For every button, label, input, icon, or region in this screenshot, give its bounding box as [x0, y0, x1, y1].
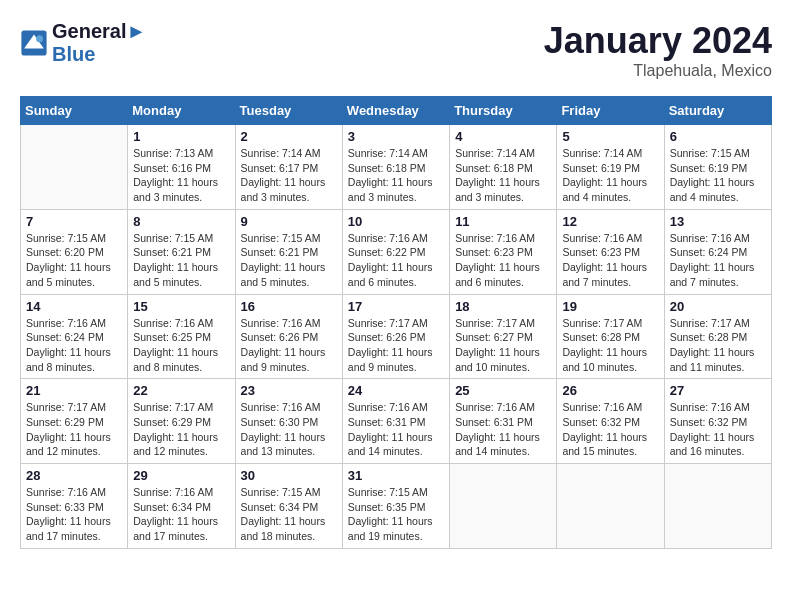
day-number: 27 [670, 383, 766, 398]
day-info: Sunrise: 7:15 AMSunset: 6:20 PMDaylight:… [26, 231, 122, 290]
calendar-body: 1Sunrise: 7:13 AMSunset: 6:16 PMDaylight… [21, 125, 772, 549]
page-header: General► Blue January 2024 Tlapehuala, M… [20, 20, 772, 80]
day-number: 18 [455, 299, 551, 314]
day-info: Sunrise: 7:16 AMSunset: 6:32 PMDaylight:… [562, 400, 658, 459]
day-cell: 20Sunrise: 7:17 AMSunset: 6:28 PMDayligh… [664, 294, 771, 379]
day-info: Sunrise: 7:15 AMSunset: 6:34 PMDaylight:… [241, 485, 337, 544]
day-info: Sunrise: 7:15 AMSunset: 6:19 PMDaylight:… [670, 146, 766, 205]
day-info: Sunrise: 7:15 AMSunset: 6:21 PMDaylight:… [241, 231, 337, 290]
day-info: Sunrise: 7:13 AMSunset: 6:16 PMDaylight:… [133, 146, 229, 205]
day-number: 5 [562, 129, 658, 144]
day-info: Sunrise: 7:14 AMSunset: 6:18 PMDaylight:… [455, 146, 551, 205]
day-cell: 17Sunrise: 7:17 AMSunset: 6:26 PMDayligh… [342, 294, 449, 379]
day-cell [664, 464, 771, 549]
svg-point-2 [36, 35, 43, 42]
day-info: Sunrise: 7:14 AMSunset: 6:18 PMDaylight:… [348, 146, 444, 205]
day-info: Sunrise: 7:14 AMSunset: 6:19 PMDaylight:… [562, 146, 658, 205]
day-number: 13 [670, 214, 766, 229]
day-cell: 15Sunrise: 7:16 AMSunset: 6:25 PMDayligh… [128, 294, 235, 379]
day-number: 8 [133, 214, 229, 229]
day-cell: 19Sunrise: 7:17 AMSunset: 6:28 PMDayligh… [557, 294, 664, 379]
day-cell: 1Sunrise: 7:13 AMSunset: 6:16 PMDaylight… [128, 125, 235, 210]
day-info: Sunrise: 7:16 AMSunset: 6:24 PMDaylight:… [26, 316, 122, 375]
day-info: Sunrise: 7:16 AMSunset: 6:33 PMDaylight:… [26, 485, 122, 544]
day-cell: 6Sunrise: 7:15 AMSunset: 6:19 PMDaylight… [664, 125, 771, 210]
day-cell: 26Sunrise: 7:16 AMSunset: 6:32 PMDayligh… [557, 379, 664, 464]
day-info: Sunrise: 7:14 AMSunset: 6:17 PMDaylight:… [241, 146, 337, 205]
day-cell: 24Sunrise: 7:16 AMSunset: 6:31 PMDayligh… [342, 379, 449, 464]
day-cell: 25Sunrise: 7:16 AMSunset: 6:31 PMDayligh… [450, 379, 557, 464]
day-info: Sunrise: 7:16 AMSunset: 6:32 PMDaylight:… [670, 400, 766, 459]
day-cell: 4Sunrise: 7:14 AMSunset: 6:18 PMDaylight… [450, 125, 557, 210]
month-title: January 2024 [544, 20, 772, 62]
logo: General► Blue [20, 20, 146, 66]
day-cell: 9Sunrise: 7:15 AMSunset: 6:21 PMDaylight… [235, 209, 342, 294]
day-info: Sunrise: 7:17 AMSunset: 6:28 PMDaylight:… [670, 316, 766, 375]
day-number: 9 [241, 214, 337, 229]
week-row-3: 14Sunrise: 7:16 AMSunset: 6:24 PMDayligh… [21, 294, 772, 379]
day-cell: 2Sunrise: 7:14 AMSunset: 6:17 PMDaylight… [235, 125, 342, 210]
day-number: 3 [348, 129, 444, 144]
day-number: 26 [562, 383, 658, 398]
day-info: Sunrise: 7:16 AMSunset: 6:30 PMDaylight:… [241, 400, 337, 459]
day-info: Sunrise: 7:16 AMSunset: 6:23 PMDaylight:… [455, 231, 551, 290]
location: Tlapehuala, Mexico [544, 62, 772, 80]
day-cell: 22Sunrise: 7:17 AMSunset: 6:29 PMDayligh… [128, 379, 235, 464]
day-info: Sunrise: 7:16 AMSunset: 6:31 PMDaylight:… [455, 400, 551, 459]
logo-text: General► Blue [52, 20, 146, 66]
col-header-monday: Monday [128, 97, 235, 125]
day-info: Sunrise: 7:17 AMSunset: 6:28 PMDaylight:… [562, 316, 658, 375]
day-number: 16 [241, 299, 337, 314]
day-number: 10 [348, 214, 444, 229]
col-header-saturday: Saturday [664, 97, 771, 125]
day-info: Sunrise: 7:16 AMSunset: 6:31 PMDaylight:… [348, 400, 444, 459]
day-number: 25 [455, 383, 551, 398]
col-header-tuesday: Tuesday [235, 97, 342, 125]
day-info: Sunrise: 7:16 AMSunset: 6:24 PMDaylight:… [670, 231, 766, 290]
day-number: 24 [348, 383, 444, 398]
logo-icon [20, 29, 48, 57]
day-cell: 27Sunrise: 7:16 AMSunset: 6:32 PMDayligh… [664, 379, 771, 464]
week-row-1: 1Sunrise: 7:13 AMSunset: 6:16 PMDaylight… [21, 125, 772, 210]
day-cell: 5Sunrise: 7:14 AMSunset: 6:19 PMDaylight… [557, 125, 664, 210]
day-cell: 13Sunrise: 7:16 AMSunset: 6:24 PMDayligh… [664, 209, 771, 294]
day-number: 7 [26, 214, 122, 229]
day-cell: 7Sunrise: 7:15 AMSunset: 6:20 PMDaylight… [21, 209, 128, 294]
week-row-4: 21Sunrise: 7:17 AMSunset: 6:29 PMDayligh… [21, 379, 772, 464]
day-number: 14 [26, 299, 122, 314]
day-cell [450, 464, 557, 549]
day-number: 11 [455, 214, 551, 229]
day-number: 15 [133, 299, 229, 314]
column-headers: SundayMondayTuesdayWednesdayThursdayFrid… [21, 97, 772, 125]
day-number: 28 [26, 468, 122, 483]
day-number: 4 [455, 129, 551, 144]
day-info: Sunrise: 7:17 AMSunset: 6:26 PMDaylight:… [348, 316, 444, 375]
day-info: Sunrise: 7:16 AMSunset: 6:25 PMDaylight:… [133, 316, 229, 375]
day-number: 17 [348, 299, 444, 314]
day-info: Sunrise: 7:17 AMSunset: 6:29 PMDaylight:… [133, 400, 229, 459]
day-number: 6 [670, 129, 766, 144]
calendar-table: SundayMondayTuesdayWednesdayThursdayFrid… [20, 96, 772, 549]
day-cell: 3Sunrise: 7:14 AMSunset: 6:18 PMDaylight… [342, 125, 449, 210]
day-number: 21 [26, 383, 122, 398]
day-number: 29 [133, 468, 229, 483]
col-header-thursday: Thursday [450, 97, 557, 125]
day-cell: 21Sunrise: 7:17 AMSunset: 6:29 PMDayligh… [21, 379, 128, 464]
col-header-friday: Friday [557, 97, 664, 125]
day-number: 19 [562, 299, 658, 314]
day-cell: 11Sunrise: 7:16 AMSunset: 6:23 PMDayligh… [450, 209, 557, 294]
day-number: 22 [133, 383, 229, 398]
day-number: 23 [241, 383, 337, 398]
day-cell: 31Sunrise: 7:15 AMSunset: 6:35 PMDayligh… [342, 464, 449, 549]
day-info: Sunrise: 7:16 AMSunset: 6:23 PMDaylight:… [562, 231, 658, 290]
day-number: 30 [241, 468, 337, 483]
day-cell [557, 464, 664, 549]
day-info: Sunrise: 7:15 AMSunset: 6:21 PMDaylight:… [133, 231, 229, 290]
day-info: Sunrise: 7:15 AMSunset: 6:35 PMDaylight:… [348, 485, 444, 544]
title-block: January 2024 Tlapehuala, Mexico [544, 20, 772, 80]
col-header-wednesday: Wednesday [342, 97, 449, 125]
day-info: Sunrise: 7:17 AMSunset: 6:27 PMDaylight:… [455, 316, 551, 375]
day-cell: 10Sunrise: 7:16 AMSunset: 6:22 PMDayligh… [342, 209, 449, 294]
col-header-sunday: Sunday [21, 97, 128, 125]
day-cell: 29Sunrise: 7:16 AMSunset: 6:34 PMDayligh… [128, 464, 235, 549]
